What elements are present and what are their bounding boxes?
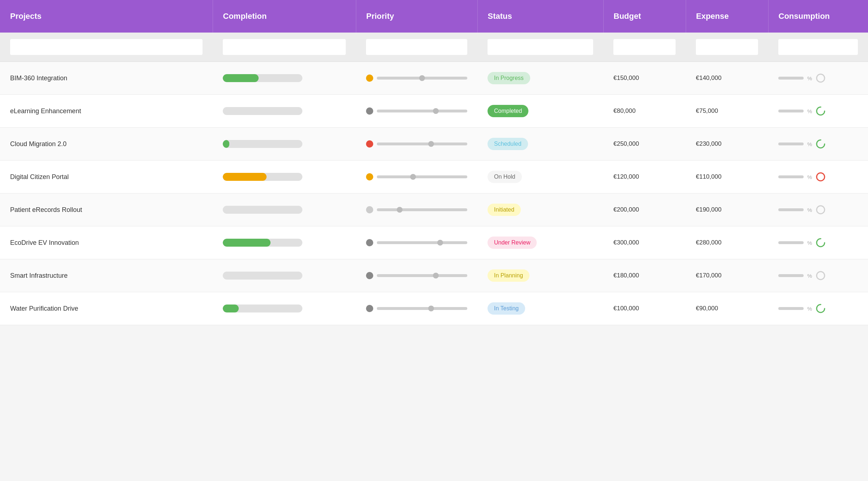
consumption-pct: %: [807, 240, 812, 246]
priority-thumb: [433, 273, 439, 278]
consumption-track: [778, 77, 804, 80]
consumption-wrap: %: [778, 73, 858, 83]
completion-bar-fill: [223, 239, 271, 247]
priority-wrap: [366, 107, 467, 115]
consumption-track: [778, 175, 804, 178]
priority-slider[interactable]: [377, 274, 467, 277]
consumption-icon: [816, 303, 826, 314]
col-header-budget: Budget: [603, 0, 686, 33]
priority-thumb: [397, 207, 403, 213]
filter-input-col-expense[interactable]: [696, 39, 758, 55]
priority-slider[interactable]: [377, 77, 467, 80]
header-row: Projects Completion Priority Status Budg…: [0, 0, 868, 33]
completion-bar: [223, 305, 302, 312]
consumption-wrap: %: [778, 139, 858, 149]
completion-bar: [223, 140, 302, 148]
priority-dot: [366, 173, 373, 180]
status-badge: In Testing: [488, 302, 525, 315]
expense-value: €280,000: [696, 239, 722, 246]
filter-input-col-status[interactable]: [488, 39, 593, 55]
priority-dot: [366, 75, 373, 82]
filter-input-col-budget[interactable]: [613, 39, 676, 55]
priority-slider[interactable]: [377, 208, 467, 211]
priority-wrap: [366, 140, 467, 148]
consumption-pct: %: [807, 108, 812, 114]
consumption-icon: [816, 205, 826, 215]
completion-bar: [223, 206, 302, 214]
project-name: BIM-360 Integration: [10, 75, 67, 82]
consumption-wrap: %: [778, 205, 858, 215]
table-row: eLearning EnhancementCompleted€80,000€75…: [0, 95, 868, 128]
consumption-icon: [816, 271, 826, 281]
table-row: BIM-360 IntegrationIn Progress€150,000€1…: [0, 62, 868, 95]
completion-bar-fill: [223, 74, 259, 82]
consumption-pct: %: [807, 207, 812, 213]
priority-dot: [366, 140, 373, 148]
priority-wrap: [366, 305, 467, 312]
filter-input-col-consumption[interactable]: [778, 39, 858, 55]
priority-wrap: [366, 206, 467, 213]
col-header-status: Status: [477, 0, 603, 33]
consumption-track: [778, 241, 804, 244]
completion-bar: [223, 107, 302, 115]
table-row: Water Purification DriveIn Testing€100,0…: [0, 292, 868, 325]
budget-value: €120,000: [613, 173, 639, 180]
status-badge: In Progress: [488, 72, 530, 84]
table-row: EcoDrive EV InnovationUnder Review€300,0…: [0, 226, 868, 259]
filter-input-col-project[interactable]: [10, 39, 203, 55]
consumption-pct: %: [807, 174, 812, 180]
consumption-track: [778, 208, 804, 211]
budget-value: €250,000: [613, 140, 639, 147]
priority-slider[interactable]: [377, 175, 467, 178]
priority-dot: [366, 206, 373, 213]
priority-thumb: [437, 240, 443, 246]
completion-bar-fill: [223, 173, 267, 181]
budget-value: €180,000: [613, 272, 639, 279]
table-row: Cloud Migration 2.0Scheduled€250,000€230…: [0, 128, 868, 161]
status-badge: On Hold: [488, 171, 522, 183]
svg-point-5: [817, 239, 825, 247]
svg-point-2: [817, 140, 825, 148]
consumption-icon: [816, 106, 826, 116]
consumption-wrap: %: [778, 172, 858, 182]
col-header-consumption: Consumption: [768, 0, 868, 33]
table-row: Patient eRecords RolloutInitiated€200,00…: [0, 193, 868, 226]
svg-point-0: [817, 74, 825, 82]
svg-point-3: [817, 173, 825, 181]
completion-bar: [223, 74, 302, 82]
priority-thumb: [410, 174, 416, 180]
priority-dot: [366, 305, 373, 312]
consumption-track: [778, 110, 804, 112]
consumption-wrap: %: [778, 238, 858, 248]
budget-value: €200,000: [613, 206, 639, 213]
completion-bar-fill: [223, 305, 239, 312]
priority-thumb: [428, 306, 434, 311]
svg-point-1: [817, 107, 825, 115]
priority-slider[interactable]: [377, 142, 467, 145]
consumption-wrap: %: [778, 303, 858, 314]
priority-slider[interactable]: [377, 307, 467, 310]
budget-value: €150,000: [613, 75, 639, 81]
consumption-pct: %: [807, 141, 812, 147]
filter-input-col-completion[interactable]: [223, 39, 346, 55]
completion-bar: [223, 173, 302, 181]
filter-input-col-priority[interactable]: [366, 39, 467, 55]
project-name: Water Purification Drive: [10, 305, 78, 312]
expense-value: €170,000: [696, 272, 722, 279]
completion-bar: [223, 239, 302, 247]
priority-dot: [366, 239, 373, 246]
col-header-project: Projects: [0, 0, 213, 33]
priority-slider[interactable]: [377, 241, 467, 244]
priority-dot: [366, 272, 373, 279]
svg-point-4: [817, 206, 825, 214]
svg-point-7: [817, 305, 825, 312]
col-header-completion: Completion: [213, 0, 356, 33]
project-name: Digital Citizen Portal: [10, 173, 69, 180]
col-header-priority: Priority: [356, 0, 477, 33]
col-header-expense: Expense: [686, 0, 768, 33]
project-name: eLearning Enhancement: [10, 107, 81, 115]
consumption-icon: [816, 139, 826, 149]
svg-point-6: [817, 272, 825, 280]
priority-slider[interactable]: [377, 110, 467, 112]
project-name: Cloud Migration 2.0: [10, 140, 67, 148]
